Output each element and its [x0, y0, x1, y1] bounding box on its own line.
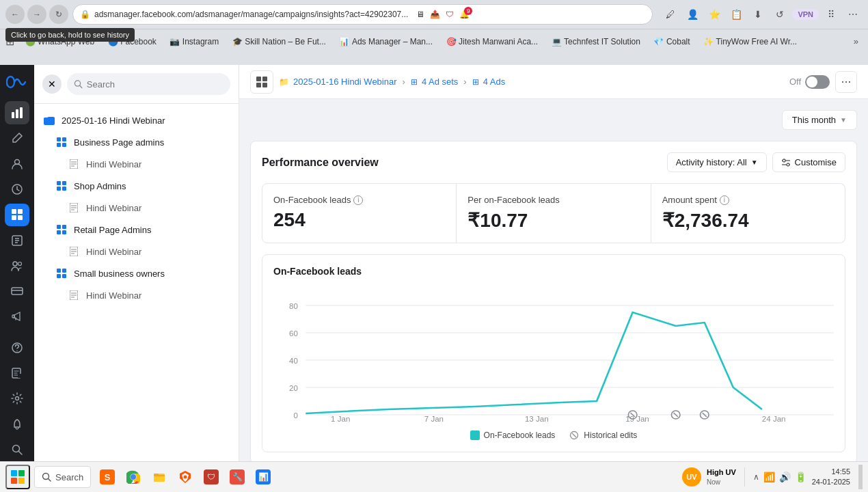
adset-shop-admins[interactable]: Shop Admins ··· — [34, 175, 239, 197]
back-button[interactable]: ← Click to go back, hold to see history — [5, 5, 25, 24]
forward-button[interactable]: → — [27, 5, 46, 24]
sidebar-icon-person[interactable] — [5, 152, 29, 175]
sidebar-icon-question[interactable] — [5, 336, 29, 359]
bookmark-tinywow[interactable]: ✨ TinyWow Free AI Wr... — [699, 35, 802, 49]
bookmark-label: Ads Manager – Man... — [352, 37, 433, 46]
taskbar-search[interactable]: Search — [34, 466, 91, 488]
breadcrumb-adsets[interactable]: ⊞ 4 Ad sets — [411, 77, 458, 87]
sidebar-icon-clock[interactable] — [5, 178, 29, 200]
leads-info-icon[interactable]: i — [353, 195, 363, 205]
grid-menu-icon[interactable]: ⠿ — [822, 5, 841, 24]
taskbar-volume-icon[interactable]: 🔊 — [779, 472, 791, 482]
taskbar: Search S — [0, 461, 868, 492]
share-icon: 📤 — [430, 10, 440, 19]
svg-text:7 Jan: 7 Jan — [424, 415, 444, 422]
bookmark-facebook[interactable]: 🔵 Facebook — [103, 35, 162, 49]
grid-view-button[interactable] — [250, 70, 273, 94]
chrome-app-icon — [126, 469, 141, 484]
chart-svg: 0 20 40 60 80 1 Jan — [273, 285, 834, 422]
extensions-icon[interactable]: 🖊 — [661, 5, 680, 24]
collections-icon[interactable]: 📋 — [727, 5, 746, 24]
sidebar-icon-pencil[interactable] — [5, 127, 29, 150]
sidebar-icon-search[interactable] — [5, 438, 29, 461]
breadcrumb-adsets-icon: ⊞ — [411, 77, 418, 87]
taskbar-app-skillnation[interactable]: S — [95, 465, 120, 489]
downloads-icon[interactable]: ⬇ — [748, 5, 768, 24]
left-panel: ✕ 2025-01-16 Hindi Webinar ··· — [34, 65, 239, 492]
whatsapp-icon: 🟢 — [25, 37, 35, 46]
ad-hindi-webinar-4[interactable]: Hindi Webinar ··· — [34, 284, 239, 306]
bookmark-technfest[interactable]: 💻 Technfest IT Solution — [546, 35, 646, 49]
sidebar-icon-bell[interactable] — [5, 413, 29, 435]
activity-label: Activity history: All — [676, 157, 747, 167]
taskbar-app-brave[interactable] — [173, 465, 198, 489]
close-panel-button[interactable]: ✕ — [42, 74, 62, 94]
breadcrumb-ads[interactable]: ⊞ 4 Ads — [472, 77, 506, 87]
ad-label-2: Hindi Webinar — [86, 203, 221, 213]
adset-icon-4 — [55, 266, 68, 280]
taskbar-app-explorer[interactable] — [147, 465, 172, 489]
toggle-switch[interactable] — [805, 75, 830, 89]
adset-smallbiz-label: Small business owners — [74, 269, 221, 279]
metric-cards: On-Facebook leads i 254 Per on-Facebook … — [262, 183, 845, 243]
lock-icon: 🔒 — [80, 10, 90, 19]
breadcrumb-campaign[interactable]: 📁 2025-01-16 Hindi Webinar — [279, 77, 397, 87]
vpn-button[interactable]: VPN — [792, 9, 819, 20]
sidebar-icon-book[interactable] — [5, 229, 29, 251]
bookmark-whatsapp[interactable]: 🟢 WhatsApp Web — [20, 35, 100, 49]
ad-hindi-webinar-1[interactable]: Hindi Webinar ··· — [34, 153, 239, 175]
header-more-button[interactable]: ··· — [835, 71, 857, 93]
taskbar-battery-icon[interactable]: 🔋 — [795, 472, 806, 482]
favorites-icon[interactable]: ⭐ — [705, 5, 724, 24]
spent-info-icon[interactable]: i — [720, 195, 729, 205]
ad-hindi-webinar-3[interactable]: Hindi Webinar ··· — [34, 241, 239, 262]
ad-hindi-webinar-2[interactable]: Hindi Webinar ··· — [34, 197, 239, 219]
sidebar-icon-chart[interactable] — [5, 101, 29, 124]
app-layout: ✕ 2025-01-16 Hindi Webinar ··· — [0, 65, 868, 492]
tool-app-icon: 🔧 — [230, 469, 245, 484]
taskbar-app-chrome[interactable] — [121, 465, 146, 489]
taskbar-app-tool[interactable]: 🔧 — [225, 465, 249, 489]
profile-icon[interactable]: 👤 — [683, 5, 702, 24]
sidebar-icon-people[interactable] — [5, 254, 29, 277]
this-month-filter[interactable]: This month ▼ — [782, 110, 857, 130]
taskbar-app-shield[interactable]: 🛡 — [199, 465, 223, 489]
customise-button[interactable]: Customise — [772, 152, 845, 172]
apps-icon[interactable]: ⊞ — [5, 35, 14, 48]
taskbar-chevron-icon[interactable]: ∧ — [753, 472, 759, 482]
bookmark-jitesh[interactable]: 🎯 Jitesh Manwani Aca... — [441, 35, 543, 49]
address-bar[interactable]: 🔒 adsmanager.facebook.com/adsmanager/man… — [72, 4, 653, 25]
ad-icon-2 — [67, 201, 81, 215]
taskbar-app-monitor[interactable]: 📊 — [251, 465, 275, 489]
adset-business-page[interactable]: Business Page admins ··· — [34, 131, 239, 153]
taskbar-time[interactable]: 14:55 24-01-2025 — [812, 467, 850, 488]
bookmark-label: WhatsApp Web — [38, 37, 94, 46]
bookmark-cobalt[interactable]: 💎 Cobalt — [649, 35, 696, 49]
sidebar-icon-settings[interactable] — [5, 387, 29, 410]
reload-button[interactable]: ↻ — [49, 5, 68, 24]
adset-small-biz[interactable]: Small business owners ··· — [34, 262, 239, 284]
start-button[interactable] — [5, 465, 30, 489]
customise-icon — [781, 158, 791, 167]
adset-retail[interactable]: Retail Page Admins ··· — [34, 219, 239, 241]
sidebar-icon-grid[interactable] — [5, 204, 29, 226]
bookmark-skillnation[interactable]: 🎓 Skill Nation – Be Fut... — [227, 35, 331, 49]
bookmarks-more-button[interactable]: » — [850, 34, 863, 49]
taskbar-wifi-icon[interactable]: 📶 — [763, 472, 775, 482]
bookmark-instagram[interactable]: 📷 Instagram — [165, 35, 224, 49]
browser-menu-icon[interactable]: ⋯ — [843, 5, 863, 24]
bookmark-adsmanager[interactable]: 📊 Ads Manager – Man... — [334, 35, 438, 49]
search-box[interactable] — [67, 73, 230, 95]
breadcrumb-sep-2: › — [463, 77, 466, 87]
sidebar-icon-pages[interactable] — [5, 361, 29, 384]
svg-point-95 — [184, 476, 187, 479]
bookmarks-bar: ⊞ 🟢 WhatsApp Web 🔵 Facebook 📷 Instagram … — [0, 29, 868, 53]
campaign-item[interactable]: 2025-01-16 Hindi Webinar ··· — [34, 109, 239, 131]
taskbar-show-desktop[interactable] — [858, 465, 863, 489]
refresh-icon[interactable]: ↺ — [770, 5, 789, 24]
svg-rect-30 — [62, 137, 66, 141]
sidebar-icon-card[interactable] — [5, 280, 29, 303]
sidebar-icon-megaphone[interactable] — [5, 305, 29, 328]
search-input[interactable] — [87, 79, 223, 90]
activity-history-button[interactable]: Activity history: All ▼ — [667, 152, 767, 172]
